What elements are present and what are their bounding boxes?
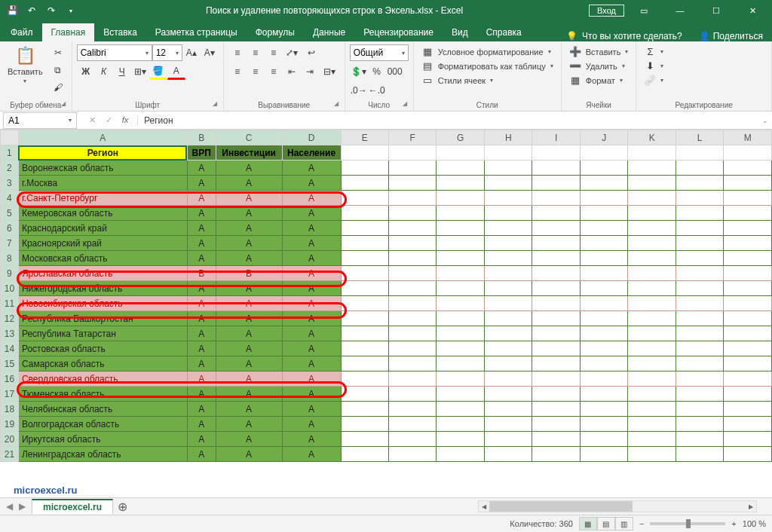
decrease-decimal-icon[interactable]: ←.0: [368, 82, 386, 99]
cell[interactable]: [724, 236, 772, 251]
cell[interactable]: A: [216, 251, 282, 266]
cell[interactable]: [676, 236, 723, 251]
font-color-icon[interactable]: A: [167, 63, 185, 80]
cell[interactable]: [532, 311, 580, 326]
cell[interactable]: [580, 221, 627, 236]
currency-icon[interactable]: 💲▾: [350, 63, 368, 80]
header-cell[interactable]: ВРП: [187, 145, 216, 161]
cell[interactable]: [580, 266, 627, 281]
cell[interactable]: A: [282, 432, 341, 447]
zoom-value[interactable]: 100 %: [743, 519, 766, 528]
cell[interactable]: [628, 251, 676, 266]
cell[interactable]: [484, 221, 532, 236]
column-header-G[interactable]: G: [437, 130, 485, 145]
cell[interactable]: [389, 296, 437, 311]
row-header-17[interactable]: 17: [1, 387, 19, 402]
cell[interactable]: [724, 387, 772, 402]
cell[interactable]: [341, 206, 388, 221]
cell[interactable]: [532, 341, 580, 356]
cell[interactable]: Новосибирская область: [18, 296, 187, 311]
cell[interactable]: [580, 206, 627, 221]
cell[interactable]: [676, 402, 723, 417]
cell[interactable]: [389, 447, 437, 462]
undo-icon[interactable]: ↶: [23, 2, 41, 20]
cell[interactable]: A: [216, 371, 282, 387]
ribbon-options-icon[interactable]: ▭: [627, 0, 660, 21]
cell[interactable]: A: [187, 236, 216, 251]
cell[interactable]: [532, 266, 580, 281]
row-header-10[interactable]: 10: [1, 281, 19, 296]
cell[interactable]: [484, 161, 532, 176]
cell[interactable]: [676, 206, 723, 221]
redo-icon[interactable]: ↷: [42, 2, 60, 20]
cell[interactable]: [484, 145, 532, 161]
cell[interactable]: Челябинская область: [18, 402, 187, 417]
cell[interactable]: [484, 326, 532, 341]
cell[interactable]: A: [282, 221, 341, 236]
cell[interactable]: [484, 447, 532, 462]
cell[interactable]: [724, 221, 772, 236]
cell[interactable]: Краснодарский край: [18, 221, 187, 236]
cell[interactable]: [676, 417, 723, 432]
expand-formula-bar-icon[interactable]: ⌄: [758, 117, 772, 124]
cell[interactable]: [389, 161, 437, 176]
cell[interactable]: A: [187, 206, 216, 221]
cell[interactable]: [532, 176, 580, 191]
cell[interactable]: [532, 447, 580, 462]
cell[interactable]: A: [282, 417, 341, 432]
delete-cells-button[interactable]: ➖Удалить▾: [566, 59, 628, 73]
cell[interactable]: [628, 206, 676, 221]
cell[interactable]: [532, 296, 580, 311]
row-header-8[interactable]: 8: [1, 251, 19, 266]
cell[interactable]: [628, 387, 676, 402]
cell[interactable]: A: [282, 191, 341, 206]
copy-icon[interactable]: ⧉: [49, 62, 67, 78]
cell[interactable]: [724, 326, 772, 341]
cell[interactable]: [437, 311, 485, 326]
cell[interactable]: [724, 161, 772, 176]
cell[interactable]: Самарская область: [18, 356, 187, 371]
cell[interactable]: [341, 371, 388, 387]
cell[interactable]: A: [216, 387, 282, 402]
cell[interactable]: [532, 371, 580, 387]
row-header-2[interactable]: 2: [1, 161, 19, 176]
cell[interactable]: A: [187, 341, 216, 356]
cell[interactable]: [389, 387, 437, 402]
cell[interactable]: [341, 417, 388, 432]
sheet-nav-prev-icon[interactable]: ◀: [6, 501, 13, 512]
cell[interactable]: [676, 326, 723, 341]
cell[interactable]: [341, 145, 388, 161]
cell[interactable]: [389, 326, 437, 341]
cell[interactable]: [341, 341, 388, 356]
row-header-3[interactable]: 3: [1, 176, 19, 191]
cell[interactable]: A: [282, 371, 341, 387]
cell[interactable]: A: [282, 236, 341, 251]
row-header-18[interactable]: 18: [1, 402, 19, 417]
cell[interactable]: A: [216, 417, 282, 432]
cell[interactable]: [437, 221, 485, 236]
fill-button[interactable]: ⬇▾: [641, 59, 666, 73]
cell[interactable]: Воронежская область: [18, 161, 187, 176]
zoom-out-icon[interactable]: −: [639, 519, 644, 528]
row-header-19[interactable]: 19: [1, 417, 19, 432]
row-header-20[interactable]: 20: [1, 432, 19, 447]
column-header-D[interactable]: D: [282, 130, 341, 145]
wrap-text-icon[interactable]: ↩: [301, 44, 322, 61]
cell[interactable]: [628, 341, 676, 356]
cell[interactable]: [724, 432, 772, 447]
increase-decimal-icon[interactable]: .0→: [350, 82, 368, 99]
cell[interactable]: A: [187, 447, 216, 462]
column-header-H[interactable]: H: [484, 130, 532, 145]
tell-me-search[interactable]: 💡Что вы хотите сделать?: [559, 31, 690, 41]
cell[interactable]: [628, 221, 676, 236]
header-cell[interactable]: Инвестиции: [216, 145, 282, 161]
cell[interactable]: [484, 356, 532, 371]
cell[interactable]: [341, 161, 388, 176]
cell[interactable]: [437, 387, 485, 402]
spreadsheet-grid[interactable]: ABCDEFGHIJKLM1РегионВРПИнвестицииНаселен…: [0, 130, 772, 497]
cell-styles-button[interactable]: ▭Стили ячеек▾: [418, 73, 496, 87]
orientation-icon[interactable]: ⤢▾: [283, 44, 301, 61]
underline-button[interactable]: Ч: [113, 63, 131, 80]
cell[interactable]: A: [216, 221, 282, 236]
cell[interactable]: [724, 145, 772, 161]
